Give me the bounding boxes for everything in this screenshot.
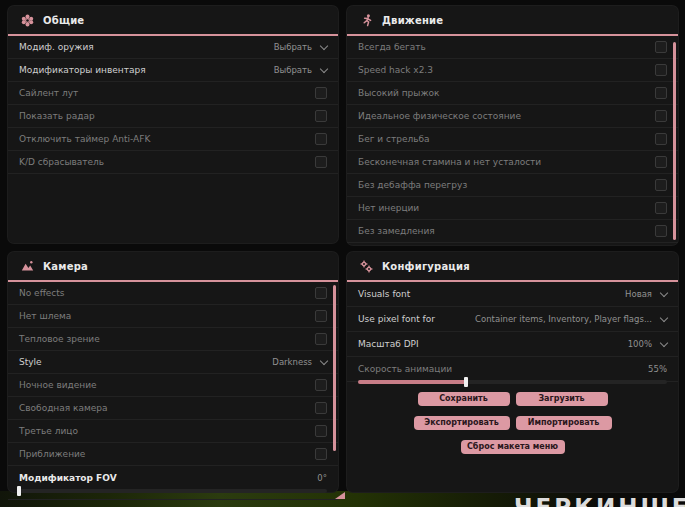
checkbox[interactable] (315, 379, 327, 391)
checkbox[interactable] (655, 179, 667, 191)
dropdown-style[interactable]: Darkness (272, 357, 327, 367)
panel-camera: Камера No effectsНет шлемаТепловое зрени… (8, 252, 338, 492)
panel-movement-header: Движение (347, 6, 678, 36)
gears-icon (360, 260, 373, 273)
row-visuals-font[interactable]: Visuals fontНовая (347, 282, 678, 307)
camera-scrollbar[interactable] (333, 285, 336, 451)
chevron-down-icon (660, 338, 668, 346)
row-label: Модификатор FOV (19, 473, 117, 483)
checkbox[interactable] (315, 133, 327, 145)
checkbox[interactable] (315, 402, 327, 414)
panel-config: Конфигурация Visuals fontНоваяUse pixel … (347, 252, 678, 492)
row-inventory-mods[interactable]: Модификаторы инвентаряВыбрать (8, 59, 338, 82)
panel-movement: Движение Всегда бегатьSpeed hack x2.3Выс… (347, 6, 678, 245)
chevron-down-icon (660, 313, 668, 321)
row-fov-modifier[interactable]: Модификатор FOV0° (8, 466, 338, 500)
row-label: Тепловое зрение (19, 334, 100, 344)
checkbox[interactable] (315, 310, 327, 322)
dropdown-pixel-font-for[interactable]: Container items, Inventory, Player flags… (475, 314, 667, 324)
row-free-camera[interactable]: Свободная камера (8, 397, 338, 420)
chevron-down-icon (320, 41, 328, 49)
slider-track[interactable] (358, 380, 667, 384)
row-weapon-mod[interactable]: Модиф. оружияВыбрать (8, 36, 338, 59)
row-label: Приближение (19, 449, 85, 459)
save-button[interactable]: Сохранить (418, 392, 510, 406)
row-zoom[interactable]: Приближение (8, 443, 338, 466)
row-high-jump[interactable]: Высокий прыжок (347, 82, 678, 105)
panel-title: Конфигурация (382, 261, 470, 272)
panel-general-header: Общие (8, 6, 338, 36)
row-label: Скорость анимации (358, 364, 452, 374)
dropdown-dpi-scale[interactable]: 100% (628, 339, 667, 349)
slider-handle[interactable] (464, 377, 468, 387)
slider-value: 55% (648, 364, 667, 374)
row-always-run[interactable]: Всегда бегать (347, 36, 678, 59)
checkbox[interactable] (315, 333, 327, 345)
dropdown-value: Новая (625, 289, 652, 299)
checkbox[interactable] (315, 287, 327, 299)
row-style[interactable]: StyleDarkness (8, 351, 338, 374)
row-dpi-scale[interactable]: Масштаб DPI100% (347, 332, 678, 357)
checkbox[interactable] (655, 202, 667, 214)
row-night-vision[interactable]: Ночное видение (8, 374, 338, 397)
export-button[interactable]: Экспортировать (414, 416, 510, 430)
checkbox[interactable] (655, 133, 667, 145)
row-run-and-shoot[interactable]: Бег и стрельба (347, 128, 678, 151)
row-no-helmet[interactable]: Нет шлема (8, 305, 338, 328)
chevron-down-icon (320, 356, 328, 364)
row-label: Speed hack x2.3 (358, 65, 433, 75)
dropdown-visuals-font[interactable]: Новая (625, 289, 667, 299)
image-icon (21, 260, 34, 273)
row-label: Без замедления (358, 226, 435, 236)
row-animation-speed[interactable]: Скорость анимации55% (347, 357, 678, 382)
load-button[interactable]: Загрузить (516, 392, 608, 406)
row-show-radar[interactable]: Показать радар (8, 105, 338, 128)
checkbox[interactable] (655, 41, 667, 53)
row-label: Отключить таймер Anti-AFK (19, 134, 150, 144)
row-label: Высокий прыжок (358, 88, 439, 98)
movement-scrollbar[interactable] (673, 42, 676, 240)
checkbox[interactable] (315, 448, 327, 460)
checkbox[interactable] (655, 64, 667, 76)
dropdown-weapon-mod[interactable]: Выбрать (274, 42, 327, 52)
panel-general: Общие Модиф. оружияВыбратьМодификаторы и… (8, 6, 338, 243)
checkbox[interactable] (655, 156, 667, 168)
row-label: Идеальное физическое состояние (358, 111, 521, 121)
row-infinite-stamina[interactable]: Бесконечная стамина и нет усталости (347, 151, 678, 174)
resize-handle-icon[interactable] (335, 492, 345, 499)
row-speed-hack[interactable]: Speed hack x2.3 (347, 59, 678, 82)
row-label: Модификаторы инвентаря (19, 65, 146, 75)
slider-handle[interactable] (17, 486, 21, 496)
checkbox[interactable] (315, 425, 327, 437)
row-kd-resetter[interactable]: K/D сбрасыватель (8, 151, 338, 174)
checkbox[interactable] (655, 87, 667, 99)
slider-value: 0° (317, 473, 327, 483)
dropdown-inventory-mods[interactable]: Выбрать (274, 65, 327, 75)
row-silent-loot[interactable]: Сайлент лут (8, 82, 338, 105)
row-thermal-vision[interactable]: Тепловое зрение (8, 328, 338, 351)
row-third-person[interactable]: Третье лицо (8, 420, 338, 443)
dropdown-value: Выбрать (274, 65, 312, 75)
import-button[interactable]: Импортировать (516, 416, 612, 430)
row-perfect-physical-state[interactable]: Идеальное физическое состояние (347, 105, 678, 128)
checkbox[interactable] (655, 110, 667, 122)
reset-menu-layout-button[interactable]: Сброс макета меню (461, 440, 565, 454)
row-no-overload-debuff[interactable]: Без дебаффа перегруз (347, 174, 678, 197)
dropdown-value: Darkness (272, 357, 312, 367)
panel-title: Движение (382, 15, 443, 26)
checkbox[interactable] (655, 225, 667, 237)
location-label: ЧЕРКИНШЕ (514, 494, 685, 507)
row-label: Без дебаффа перегруз (358, 180, 467, 190)
row-no-slowdown[interactable]: Без замедления (347, 220, 678, 243)
row-pixel-font-for[interactable]: Use pixel font forContainer items, Inven… (347, 307, 678, 332)
row-no-inertia[interactable]: Нет инерции (347, 197, 678, 220)
checkbox[interactable] (315, 156, 327, 168)
row-no-effects[interactable]: No effects (8, 282, 338, 305)
checkbox[interactable] (315, 110, 327, 122)
row-label: Всегда бегать (358, 42, 426, 52)
panel-config-header: Конфигурация (347, 252, 678, 282)
row-anti-afk-timer[interactable]: Отключить таймер Anti-AFK (8, 128, 338, 151)
checkbox[interactable] (315, 87, 327, 99)
slider-track[interactable] (19, 489, 327, 493)
dropdown-value: Container items, Inventory, Player flags… (475, 314, 652, 324)
